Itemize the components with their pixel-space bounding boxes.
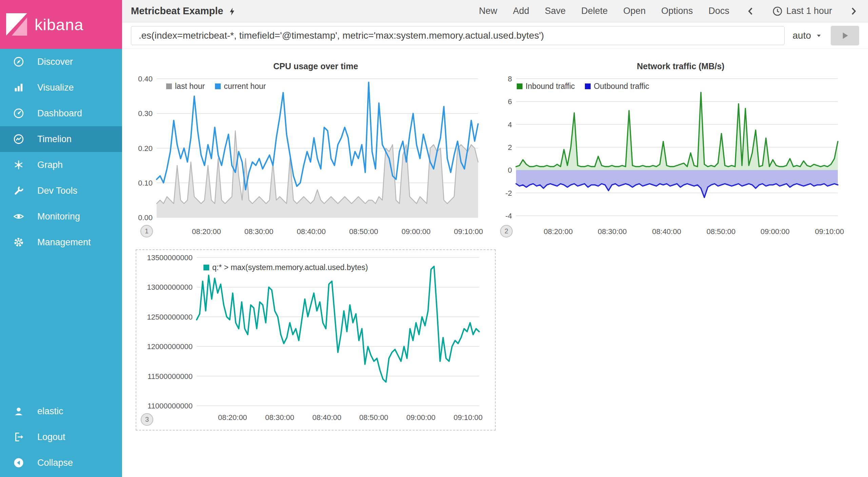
menu-item-open[interactable]: Open [623, 6, 646, 16]
menu-item-new[interactable]: New [479, 6, 497, 16]
svg-text:08:20:00: 08:20:00 [544, 227, 573, 236]
menu-item-delete[interactable]: Delete [581, 6, 608, 16]
sidebar-item-label: Dev Tools [37, 186, 77, 196]
timelion-bolt-icon [228, 6, 237, 17]
chart-title: Network traffic (MB/s) [498, 61, 863, 71]
legend-item[interactable]: Inbound traffic [517, 82, 575, 91]
sidebar-item-logout[interactable]: Logout [0, 424, 122, 450]
menu-item-options[interactable]: Options [661, 6, 693, 16]
sidebar-item-label: Graph [37, 160, 63, 170]
legend-label: Inbound traffic [526, 82, 575, 91]
topbar-menu: New Add Save Delete Open Options Docs La… [479, 5, 859, 17]
svg-text:09:10:00: 09:10:00 [454, 227, 483, 236]
svg-text:4: 4 [508, 120, 512, 129]
sidebar-item-label: Collapse [37, 458, 73, 468]
sidebar-item-label: Discover [37, 57, 73, 67]
sidebar-footer: elastic Logout Collapse [0, 398, 122, 476]
svg-text:08:50:00: 08:50:00 [707, 227, 736, 236]
bar-chart-icon [13, 82, 24, 93]
svg-text:0: 0 [508, 166, 512, 174]
legend-swatch [517, 83, 522, 89]
menu-item-add[interactable]: Add [513, 6, 529, 16]
sidebar-item-dev-tools[interactable]: Dev Tools [0, 178, 122, 204]
svg-text:11500000000: 11500000000 [147, 372, 193, 381]
svg-text:08:20:00: 08:20:00 [192, 227, 221, 236]
interval-value: auto [793, 30, 811, 41]
sidebar-item-label: Timelion [37, 134, 72, 145]
svg-text:13500000000: 13500000000 [147, 253, 193, 262]
chart-legend: Inbound trafficOutbound traffic [517, 82, 649, 91]
time-back-chevron-icon[interactable] [745, 5, 756, 17]
time-picker[interactable]: Last 1 hour [772, 6, 832, 17]
memory-chart-canvas[interactable]: 1350000000013000000000125000000001200000… [136, 250, 495, 430]
chart-number-badge: 1 [140, 225, 153, 237]
sidebar-item-dashboard[interactable]: Dashboard [0, 100, 122, 126]
svg-text:13000000000: 13000000000 [147, 283, 193, 291]
svg-text:09:00:00: 09:00:00 [407, 413, 436, 422]
legend-label: current hour [224, 82, 266, 91]
topbar: Metricbeat Example New Add Save Delete O… [122, 0, 868, 22]
run-query-button[interactable] [831, 26, 859, 45]
chart-title: CPU usage over time [136, 61, 496, 71]
sidebar-item-label: Monitoring [37, 211, 80, 222]
legend-label: Outbound traffic [594, 82, 649, 91]
sidebar-item-label: Management [37, 237, 91, 248]
legend-item[interactable]: last hour [166, 82, 205, 91]
chart-legend: q:* > max(system.memory.actual.used.byte… [203, 263, 368, 272]
svg-text:08:30:00: 08:30:00 [598, 227, 627, 236]
legend-item[interactable]: Outbound traffic [585, 82, 649, 91]
time-range-label: Last 1 hour [786, 6, 832, 16]
sidebar-item-label: Dashboard [37, 108, 82, 119]
timelion-chart-icon [13, 133, 24, 145]
timelion-query-input[interactable] [131, 26, 785, 45]
sidebar-item-discover[interactable]: Discover [0, 49, 122, 75]
interval-select[interactable]: auto [785, 30, 831, 41]
svg-text:09:00:00: 09:00:00 [761, 227, 790, 236]
sidebar-item-label: Visualize [37, 82, 74, 93]
svg-text:08:50:00: 08:50:00 [349, 227, 378, 236]
legend-item[interactable]: current hour [215, 82, 266, 91]
chart-legend: last hourcurrent hour [166, 82, 266, 91]
user-icon [13, 405, 24, 417]
logout-icon [13, 431, 24, 443]
svg-text:08:20:00: 08:20:00 [218, 413, 247, 422]
svg-text:09:10:00: 09:10:00 [815, 227, 844, 236]
svg-text:6: 6 [508, 97, 512, 106]
svg-text:2: 2 [508, 143, 512, 152]
graph-icon [13, 159, 24, 171]
sidebar-item-user-elastic[interactable]: elastic [0, 398, 122, 424]
kibana-logo[interactable]: kibana [0, 0, 122, 49]
svg-text:8: 8 [508, 75, 512, 83]
sidebar-nav: Discover Visualize Dashboard Timelion [0, 49, 122, 255]
chart-number-badge: 2 [500, 225, 513, 237]
legend-item[interactable]: q:* > max(system.memory.actual.used.byte… [203, 263, 368, 272]
main-top: Metricbeat Example New Add Save Delete O… [122, 0, 868, 49]
svg-text:08:50:00: 08:50:00 [359, 413, 388, 422]
menu-item-docs[interactable]: Docs [708, 6, 729, 16]
svg-text:0.30: 0.30 [138, 109, 153, 118]
sidebar-item-management[interactable]: Management [0, 229, 122, 255]
chart-memory-used-selected: 1350000000013000000000125000000001200000… [136, 249, 496, 431]
sidebar-item-timelion[interactable]: Timelion [0, 126, 122, 152]
sidebar-item-collapse[interactable]: Collapse [0, 450, 122, 476]
sidebar-item-graph[interactable]: Graph [0, 152, 122, 178]
svg-text:08:30:00: 08:30:00 [265, 413, 294, 422]
svg-text:12000000000: 12000000000 [147, 342, 193, 351]
legend-label: q:* > max(system.memory.actual.used.byte… [212, 263, 368, 272]
svg-text:0.10: 0.10 [138, 179, 153, 187]
menu-item-save[interactable]: Save [545, 6, 566, 16]
time-forward-chevron-icon[interactable] [848, 5, 859, 17]
clock-icon [772, 6, 783, 17]
chevron-down-icon [815, 32, 823, 39]
svg-text:09:10:00: 09:10:00 [454, 413, 483, 422]
eye-icon [13, 211, 24, 222]
sidebar-item-label: Logout [37, 432, 65, 442]
play-icon [840, 31, 850, 41]
chart-number-badge: 3 [141, 413, 153, 426]
collapse-icon [13, 457, 24, 469]
svg-text:0.40: 0.40 [138, 75, 153, 83]
sidebar: kibana Discover Visualize Dashboard [0, 0, 122, 477]
svg-text:0.20: 0.20 [138, 144, 153, 153]
sidebar-item-visualize[interactable]: Visualize [0, 75, 122, 100]
sidebar-item-monitoring[interactable]: Monitoring [0, 204, 122, 229]
